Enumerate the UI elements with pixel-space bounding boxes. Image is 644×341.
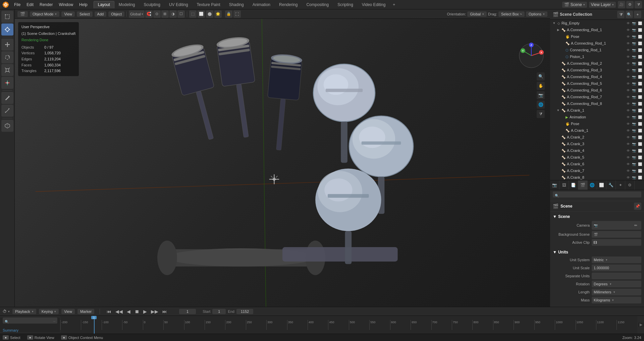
sc-visibility-a_connecting_rod_8[interactable]: 👁: [626, 102, 631, 106]
sc-item-a_connecting_rod_8[interactable]: 🦴 A.Connecting_Rod_8 👁 📷 ⬜: [550, 100, 644, 107]
sc-select-a_crank_3[interactable]: ⬜: [637, 142, 643, 146]
sc-select-a_crank_4[interactable]: ⬜: [637, 149, 643, 153]
timeline-filter-btn[interactable]: ↔: [53, 319, 56, 323]
keying-btn[interactable]: Keying ▾: [39, 309, 59, 314]
end-frame-input[interactable]: [236, 309, 253, 314]
object-props-btn[interactable]: ⬜: [597, 180, 606, 190]
sc-visibility-a_crank_3[interactable]: 👁: [626, 142, 631, 146]
sc-item-a_connecting_rod_2[interactable]: 🦴 A.Connecting_Rod_2 👁 📷 ⬜: [550, 60, 644, 67]
sc-item-a_crank_5[interactable]: 🦴 A.Crank_5 👁 📷 ⬜: [550, 154, 644, 161]
sc-select-a_crank_1_2[interactable]: ⬜: [637, 128, 643, 133]
view-menu-btn[interactable]: View: [61, 11, 75, 17]
global-orientation-btn[interactable]: Global▾: [129, 10, 145, 18]
sc-item-a_crank_2[interactable]: 🦴 A.Crank_2 👁 📷 ⬜: [550, 134, 644, 140]
sc-render-a_connecting_rod_4[interactable]: 📷: [631, 75, 637, 79]
menu-help[interactable]: Help: [76, 2, 90, 8]
sc-select-a_crank_8[interactable]: ⬜: [637, 175, 643, 180]
tool-add-cube[interactable]: [1, 120, 13, 132]
sc-item-pose_1[interactable]: 🖐 Pose 👁 📷 ⬜: [550, 33, 644, 40]
sc-render-a_crank_5[interactable]: 📷: [631, 155, 637, 160]
sc-visibility-pose_1[interactable]: 👁: [626, 35, 631, 39]
camera-value[interactable]: 📷 ✏: [592, 221, 641, 230]
sc-visibility-a_connecting_rod_5[interactable]: 👁: [626, 81, 631, 86]
sc-render-a_connecting_rod_3[interactable]: 📷: [631, 68, 637, 72]
tool-select-box[interactable]: [1, 11, 13, 23]
object-menu-btn[interactable]: Object: [108, 11, 124, 17]
workspace-scripting[interactable]: Scripting: [333, 1, 358, 8]
sc-item-a_connecting_rod_1_2[interactable]: 🦴 A.Connecting_Rod_1 👁 📷 ⬜: [550, 40, 644, 47]
overlay-btn[interactable]: ◑: [169, 10, 177, 18]
sc-render-pose_2[interactable]: 📷: [631, 122, 637, 126]
sc-render-a_crank_2[interactable]: 📷: [631, 135, 637, 139]
active-clip-value[interactable]: 🎞: [592, 239, 641, 246]
rotation-value[interactable]: Degrees ▾: [592, 281, 641, 287]
pan-btn[interactable]: ✋: [537, 82, 545, 90]
sc-render-connecting_rod_1[interactable]: 📷: [631, 48, 637, 52]
current-frame-input[interactable]: [179, 309, 196, 314]
sc-render-rig_empty[interactable]: 📷: [631, 21, 637, 25]
render-icon-btn[interactable]: 🎥: [618, 1, 625, 8]
sc-visibility-a_connecting_rod_2[interactable]: 👁: [626, 61, 631, 66]
world-btn[interactable]: 🌐: [537, 101, 545, 109]
sc-item-a_crank_1_2[interactable]: 🦴 A.Crank_1 👁 📷 ⬜: [550, 127, 644, 134]
timeline-view-btn[interactable]: View: [61, 309, 75, 314]
marker-btn[interactable]: Marker: [77, 309, 94, 314]
sc-select-a_connecting_rod_8[interactable]: ⬜: [637, 102, 643, 106]
sc-render-a_connecting_rod_5[interactable]: 📷: [631, 81, 637, 86]
particle-props-btn[interactable]: ✦: [616, 180, 625, 190]
length-value[interactable]: Millimeters ▾: [592, 289, 641, 295]
start-frame-input[interactable]: [212, 309, 226, 314]
summary-item[interactable]: Summary: [3, 328, 57, 332]
sc-visibility-a_crank_4[interactable]: 👁: [626, 149, 631, 153]
sc-item-a_connecting_rod_4[interactable]: 🦴 A.Connecting_Rod_4 👁 📷 ⬜: [550, 73, 644, 80]
sc-select-a_connecting_rod_6[interactable]: ⬜: [637, 88, 643, 93]
sc-filter-btn[interactable]: ⧩: [617, 11, 625, 18]
workspace-add[interactable]: +: [390, 1, 398, 8]
sc-item-connecting_rod_1[interactable]: ⬡ Connecting_Rod_1 👁 📷 ⬜: [550, 47, 644, 53]
world-props-btn[interactable]: 🌐: [588, 180, 597, 190]
workspace-uv-editing[interactable]: UV Editing: [165, 1, 193, 8]
sc-visibility-a_connecting_rod_3[interactable]: 👁: [626, 68, 631, 72]
sc-render-a_crank_6[interactable]: 📷: [631, 162, 637, 166]
viewport-lock-btn[interactable]: 🔒: [225, 10, 232, 18]
sc-item-a_connecting_rod_1_top[interactable]: ▶ 🦴 A.Connecting_Rod_1 👁 📷 ⬜: [550, 26, 644, 33]
view-layer-props-btn[interactable]: 📑: [569, 180, 578, 190]
workspace-texture-paint[interactable]: Texture Paint: [193, 1, 225, 8]
sc-visibility-pose_2[interactable]: 👁: [626, 122, 631, 126]
sc-item-animation[interactable]: ▶ Animation 👁 📷 ⬜: [550, 114, 644, 120]
sc-select-rig_empty[interactable]: ⬜: [637, 21, 643, 25]
properties-pin-btn[interactable]: 📌: [634, 203, 641, 210]
skip-start-btn[interactable]: ⏮: [105, 308, 113, 315]
sc-visibility-a_crank_5[interactable]: 👁: [626, 155, 631, 160]
sc-render-a_connecting_rod_1_top[interactable]: 📷: [631, 28, 637, 32]
timeline-scroll-right-btn[interactable]: ▶: [640, 323, 642, 327]
filter-icon-btn[interactable]: ⧩: [635, 1, 642, 8]
sc-select-a_connecting_rod_1_2[interactable]: ⬜: [637, 41, 643, 46]
sc-render-a_connecting_rod_7[interactable]: 📷: [631, 95, 637, 99]
sc-render-a_connecting_rod_1_2[interactable]: 📷: [631, 41, 637, 46]
menu-edit[interactable]: Edit: [24, 2, 36, 8]
tool-annotate[interactable]: [1, 92, 13, 104]
timeline-ruler[interactable]: -200-150-100-500501001502002503003504004…: [60, 316, 637, 334]
render-props-btn[interactable]: 📷: [550, 180, 559, 190]
sc-visibility-a_crank_1_2[interactable]: 👁: [626, 128, 631, 133]
sc-expand-a_connecting_rod_1_top[interactable]: ▶: [556, 28, 560, 32]
sc-item-a_crank_8[interactable]: 🦴 A.Crank_8 👁 📷 ⬜: [550, 174, 644, 180]
filter-btn[interactable]: ⧩: [537, 110, 545, 118]
step-forward-btn[interactable]: ▶▶: [150, 308, 160, 315]
sc-item-piston_1[interactable]: ⬡ Piston_1 👁 📷 ⬜: [550, 53, 644, 60]
tool-move[interactable]: [1, 39, 13, 51]
workspace-shading[interactable]: Shading: [225, 1, 248, 8]
tool-cursor[interactable]: [1, 23, 13, 36]
sc-render-a_crank_4[interactable]: 📷: [631, 149, 637, 153]
sc-select-piston_1[interactable]: ⬜: [637, 55, 643, 59]
stop-btn[interactable]: ⏹: [133, 308, 141, 315]
solid-shading-btn[interactable]: ⬜: [198, 10, 205, 18]
scene-props-btn[interactable]: 🎬: [578, 180, 588, 190]
tool-rotate[interactable]: [1, 51, 13, 63]
navigation-gizmo[interactable]: X Y Z: [518, 42, 545, 69]
add-menu-btn[interactable]: Add: [95, 11, 107, 17]
sc-select-a_crank_2[interactable]: ⬜: [637, 135, 643, 139]
timeline-search-input[interactable]: [3, 318, 57, 324]
view-layer-selector[interactable]: View Layer ▾: [589, 2, 616, 8]
